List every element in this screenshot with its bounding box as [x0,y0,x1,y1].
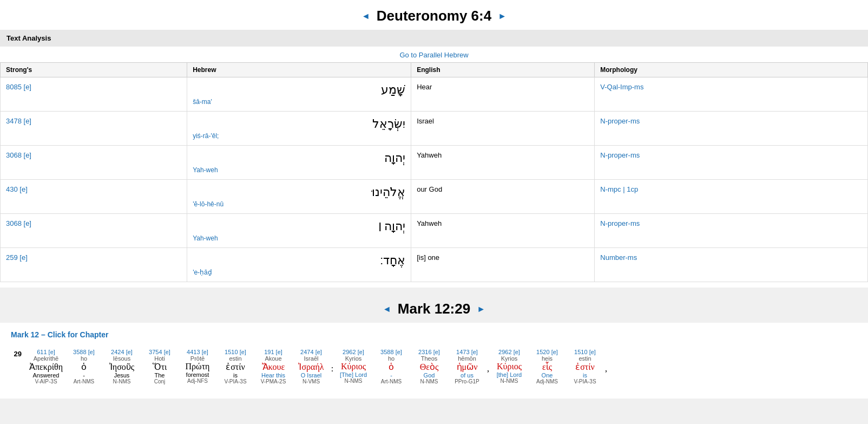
word-strongs[interactable]: 3588 [e] [73,349,95,355]
word-cell: 2474 [e]IsraēlἸσραήλO IsraelN-VMS [292,349,330,388]
word-morph: Conj [154,379,166,384]
word-morph: V-AIP-3S [35,379,57,384]
col-strongs: Strong's [1,63,187,77]
morphology-link[interactable]: N-proper-ms [600,117,640,125]
strongs-cell: 259 [e] [1,248,187,282]
verse-row: 29 611 [e]ApekrithēἈπεκρίθηAnsweredV-AIP… [11,349,857,388]
morphology-cell: N-proper-ms [595,214,868,248]
transliteration: yiś-rā-'êl; [193,132,405,140]
hebrew-word: אֶחָד׃ [193,253,405,268]
hebrew-word: יְהוָה [193,151,405,165]
english-cell: our God [411,180,595,214]
morphology-link[interactable]: N-mpc | 1cp [600,185,638,193]
parallel-hebrew-link[interactable]: Go to Parallel Hebrew [399,47,468,62]
word-strongs[interactable]: 2962 [e] [498,349,520,355]
word-greek: εἷς [542,362,552,372]
strongs-link[interactable]: 3068 [e] [6,219,31,227]
word-cell: : [330,349,334,388]
word-morph: Art-NMS [381,379,402,384]
strongs-cell: 430 [e] [1,180,187,214]
table-row: 259 [e]אֶחָד׃'e-ḥāḏ[is] oneNumber-ms [1,248,868,282]
word-strongs[interactable]: 2474 [e] [300,349,322,355]
word-strongs[interactable]: 1510 [e] [225,349,246,355]
morphology-link[interactable]: N-proper-ms [600,219,640,227]
mark-chapter-link[interactable]: Mark 12 – Click for Chapter [11,328,109,341]
table-row: 3068 [e]יְהוָהYah-wehYahwehN-proper-ms [1,146,868,180]
word-english: O Israel [301,372,322,379]
word-greek: ἐστίν [226,362,245,372]
morphology-link[interactable]: N-proper-ms [600,151,640,159]
strongs-link[interactable]: 3068 [e] [6,151,31,159]
word-cell: 1510 [e]estinἐστίνisV-PIA-3S [216,349,254,388]
hebrew-cell: יִשְׂרָאֵלyiś-rā-'êl; [187,112,411,146]
parallel-link-container: Go to Parallel Hebrew [0,47,868,62]
mark-prev-arrow[interactable]: ◄ [383,304,391,314]
word-translit: Apekrithē [34,355,58,362]
strongs-link[interactable]: 8085 [e] [6,83,31,91]
word-english: God [424,372,435,379]
word-cell: 2962 [e]KyriosΚύριος[The] LordN-NMS [334,349,372,388]
word-strongs[interactable]: 611 [e] [37,349,55,355]
word-strongs[interactable]: 191 [e] [264,349,282,355]
table-row: 3068 [e]יְהוָה ׀Yah-wehYahwehN-proper-ms [1,214,868,248]
word-translit: heis [542,355,553,362]
word-english: Hear this [261,372,285,379]
strongs-cell: 3068 [e] [1,214,187,248]
word-cell: 3588 [e]hoὁ-Art-NMS [65,349,103,388]
word-cell: , [486,349,490,388]
word-morph: Adj-NMS [536,379,558,384]
mark-next-arrow[interactable]: ► [477,304,485,314]
word-strongs[interactable]: 2962 [e] [343,349,364,355]
word-cell: 2424 [e]IēsousἸησοῦςJesusN-NMS [103,349,141,388]
hebrew-cell: שָׁמַעšā-ma' [187,77,411,112]
word-greek: ἐστίν [575,362,595,372]
word-english: - [83,372,85,379]
hebrew-cell: אֱלֹהֵינוּ'ĕ-lō-hê-nû [187,180,411,214]
word-cell: 1510 [e]estinἐστίνisV-PIA-3S [566,349,604,388]
greek-words-container: 611 [e]ApekrithēἈπεκρίθηAnsweredV-AIP-3S… [27,349,608,388]
word-greek: Πρώτη [186,362,210,371]
word-english: is [233,372,238,379]
word-morph: PPro-G1P [455,379,479,384]
word-strongs[interactable]: 1510 [e] [574,349,596,355]
word-strongs[interactable]: 3588 [e] [380,349,402,355]
word-strongs[interactable]: 1520 [e] [536,349,558,355]
word-cell: , [604,349,608,388]
word-morph: Adj-NFS [187,378,208,384]
deut-title: Deuteronomy 6:4 [377,8,491,24]
morphology-cell: Number-ms [595,248,868,282]
word-english: [the] Lord [497,371,522,378]
word-cell: 611 [e]ApekrithēἈπεκρίθηAnsweredV-AIP-3S [27,349,65,388]
hebrew-cell: יְהוָה ׀Yah-weh [187,214,411,248]
hebrew-word: יְהוָה ׀ [193,219,405,233]
strongs-link[interactable]: 3478 [e] [6,117,31,125]
morphology-link[interactable]: Number-ms [600,253,637,262]
strongs-link[interactable]: 259 [e] [6,253,28,262]
morphology-cell: N-mpc | 1cp [595,180,868,214]
mark-title: Mark 12:29 [398,301,470,317]
deut-prev-arrow[interactable]: ◄ [361,11,370,21]
word-greek: Ὅτι [153,362,167,372]
strongs-link[interactable]: 430 [e] [6,185,28,193]
word-strongs[interactable]: 1473 [e] [456,349,478,355]
word-greek: Ἄκουε [262,362,285,372]
word-strongs[interactable]: 2424 [e] [111,349,133,355]
word-cell: 1473 [e]hēmōnἡμῶνof usPPro-G1P [448,349,486,388]
text-analysis-label: Text Analysis [6,34,51,42]
word-cell: 4413 [e]PrōtēΠρώτηforemostAdj-NFS [179,349,216,388]
col-english: English [411,63,595,77]
word-translit: estin [229,355,241,362]
word-strongs[interactable]: 4413 [e] [187,349,208,355]
word-translit: Prōtē [190,355,205,362]
english-cell: Hear [411,77,595,112]
col-morphology: Morphology [595,63,868,77]
word-cell: 3588 [e]hoὁ-Art-NMS [372,349,410,388]
morphology-link[interactable]: V-Qal-Imp-ms [600,83,643,91]
bottom-section: ◄ Mark 12:29 ► Mark 12 – Click for Chapt… [0,293,868,399]
word-strongs[interactable]: 3754 [e] [149,349,170,355]
table-header-row: Strong's Hebrew English Morphology [1,63,868,77]
top-section: ◄ Deuteronomy 6:4 ► Text Analysis Go to … [0,0,868,288]
deut-next-arrow[interactable]: ► [498,11,507,21]
word-strongs[interactable]: 2316 [e] [418,349,440,355]
transliteration: 'e-ḥāḏ [193,269,405,276]
